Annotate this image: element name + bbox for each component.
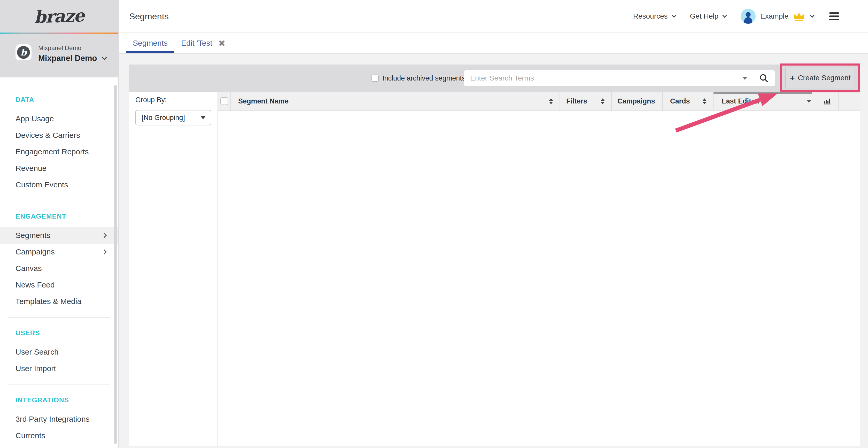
sidebar-item-custom-events[interactable]: Custom Events (0, 176, 118, 193)
sidebar-section-data: DATA App Usage Devices & Carriers Engage… (0, 95, 118, 193)
sort-icon[interactable] (703, 98, 706, 104)
chevron-down-icon[interactable] (101, 57, 107, 60)
column-last-edited[interactable]: Last Edited (714, 92, 816, 110)
sidebar-item-user-import[interactable]: User Import (0, 360, 118, 377)
sidebar-item-news-feed[interactable]: News Feed (0, 277, 118, 293)
user-avatar (741, 9, 755, 24)
sidebar-item-revenue[interactable]: Revenue (0, 160, 118, 176)
header-actions: Resources Get Help (633, 9, 868, 24)
include-archived-checkbox[interactable] (371, 75, 379, 82)
resources-menu[interactable]: Resources (633, 12, 677, 21)
sidebar-item-user-search[interactable]: User Search (0, 344, 118, 360)
sidebar-item-3rd-party-integrations[interactable]: 3rd Party Integrations (0, 411, 118, 427)
sidebar-section-integrations: INTEGRATIONS 3rd Party Integrations Curr… (0, 395, 118, 444)
sidebar-section-users: USERS User Search User Import (0, 328, 118, 377)
braze-logo[interactable]: braze (34, 5, 85, 27)
sidebar-item-templates-media[interactable]: Templates & Media (0, 293, 118, 310)
chevron-down-icon (810, 14, 815, 18)
tab-edit-test[interactable]: Edit 'Test' (175, 33, 232, 53)
workspace-labels: Mixpanel Demo Mixpanel Demo (38, 44, 107, 63)
section-label-integrations: INTEGRATIONS (0, 395, 118, 411)
plus-icon: + (790, 74, 795, 82)
account-name: Example (760, 12, 788, 21)
tab-segments[interactable]: Segments (126, 33, 175, 53)
segments-table-header: Segment Name Filters Campaigns Cards Las… (218, 92, 860, 111)
get-help-menu[interactable]: Get Help (690, 12, 727, 21)
column-filters[interactable]: Filters (560, 92, 612, 110)
chevron-right-icon (103, 233, 107, 238)
workspace-app-icon: b (16, 44, 32, 60)
sidebar: braze b Mixpanel Demo Mixpanel Demo DATA (0, 0, 119, 448)
sidebar-item-canvas[interactable]: Canvas (0, 260, 118, 277)
section-label-data: DATA (0, 95, 118, 110)
column-spacer (839, 92, 860, 110)
column-campaigns[interactable]: Campaigns (612, 92, 663, 110)
braze-dashboard: braze b Mixpanel Demo Mixpanel Demo DATA (0, 0, 868, 448)
column-cards[interactable]: Cards (663, 92, 714, 110)
create-segment-button[interactable]: + Create Segment (785, 68, 855, 88)
sidebar-item-campaigns[interactable]: Campaigns (0, 244, 118, 260)
include-archived-label: Include archived segments (382, 74, 465, 82)
search-options-caret-icon[interactable] (742, 77, 747, 80)
search-icon[interactable] (760, 74, 768, 82)
logo-block: braze (0, 0, 118, 33)
workspace-company-name: Mixpanel Demo (38, 44, 107, 51)
group-by-dropdown[interactable]: [No Grouping] (135, 110, 211, 126)
page-title: Segments (119, 11, 169, 22)
sidebar-item-devices-carriers[interactable]: Devices & Carriers (0, 127, 118, 143)
select-all-cell (218, 92, 231, 110)
chevron-down-icon[interactable] (807, 100, 811, 103)
search-input[interactable] (464, 74, 742, 82)
panel-table-divider (218, 92, 218, 446)
column-analytics[interactable] (816, 92, 839, 110)
sorted-column-indicator (714, 92, 812, 94)
section-label-users: USERS (0, 328, 118, 344)
content-surface (129, 92, 860, 446)
column-segment-name[interactable]: Segment Name (231, 92, 560, 110)
sidebar-divider (8, 201, 110, 201)
account-menu[interactable]: Example (741, 9, 815, 24)
hamburger-menu-icon[interactable] (829, 12, 839, 21)
chevron-down-icon (672, 14, 677, 18)
sidebar-divider (8, 317, 110, 318)
sidebar-divider (8, 384, 110, 385)
sidebar-section-engagement: ENGAGEMENT Segments Campaigns Canvas New… (0, 212, 118, 310)
sidebar-item-currents[interactable]: Currents (0, 427, 118, 444)
workspace-app-group-name: Mixpanel Demo (38, 54, 97, 63)
top-header: Segments Resources Get Help (119, 0, 868, 33)
tab-bar: Segments Edit 'Test' (119, 33, 868, 54)
close-icon[interactable] (219, 40, 225, 46)
crown-icon (793, 11, 805, 21)
workspace-switcher[interactable]: b Mixpanel Demo Mixpanel Demo (0, 34, 118, 77)
select-all-checkbox[interactable] (220, 97, 228, 105)
chevron-right-icon (103, 249, 107, 255)
group-by-value: [No Grouping] (142, 114, 200, 122)
sidebar-nav: DATA App Usage Devices & Carriers Engage… (0, 77, 118, 444)
chevron-down-icon (200, 116, 206, 119)
bar-chart-icon (824, 98, 831, 105)
section-label-engagement: ENGAGEMENT (0, 212, 118, 227)
include-archived-control[interactable]: Include archived segments (371, 65, 465, 92)
sidebar-item-segments[interactable]: Segments (0, 227, 118, 244)
sidebar-item-app-usage[interactable]: App Usage (0, 110, 118, 127)
sidebar-item-engagement-reports[interactable]: Engagement Reports (0, 143, 118, 160)
sort-icon[interactable] (549, 98, 553, 104)
chevron-down-icon (722, 14, 727, 18)
sidebar-scrollbar-thumb[interactable] (114, 85, 117, 444)
sort-icon[interactable] (601, 98, 604, 104)
search-box (464, 70, 775, 86)
group-by-label: Group By: (135, 96, 167, 104)
braze-b-icon: b (17, 46, 30, 59)
